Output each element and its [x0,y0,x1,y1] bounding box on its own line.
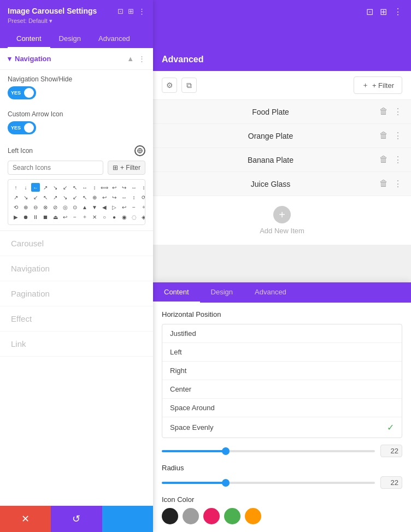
sidebar-item-link[interactable]: Link [0,332,153,357]
icon-cell[interactable]: ↖ [80,193,89,202]
icon-cell[interactable]: ↩ [120,203,128,211]
icon-cell[interactable]: ↩ [110,183,119,192]
icon-cell[interactable]: ↕ [90,183,99,192]
icon-cell[interactable]: ▷ [110,203,119,211]
slider-thumb-1[interactable] [222,447,230,455]
more-options-icon[interactable]: ⋮ [394,7,402,17]
dropdown-item-center[interactable]: Center [162,380,402,399]
reset-button[interactable]: ↺ [51,506,102,532]
more-icon[interactable]: ⋮ [394,155,402,165]
save-button[interactable] [102,506,153,532]
icon-cell[interactable]: ↖ [41,193,50,202]
more-icon[interactable]: ⋮ [394,131,402,141]
more-icon[interactable]: ⋮ [394,179,402,189]
icon-cell[interactable]: ▲ [80,203,89,211]
target-icon[interactable] [134,145,145,156]
icon-cell[interactable]: ⊗ [41,203,50,211]
icon-cell[interactable]: ◌ [130,212,138,221]
icon-cell[interactable]: ↗ [11,193,20,202]
sidebar-item-effect[interactable]: Effect [0,306,153,332]
icon-cell[interactable]: ⊙ [71,203,79,211]
cancel-button[interactable]: ✕ [0,506,51,532]
icon-cell[interactable]: ↪ [110,193,119,202]
custom-arrow-toggle[interactable]: YES [8,121,36,134]
icon-cell[interactable]: ⏺ [21,212,30,221]
tab-design[interactable]: Design [50,30,90,48]
icon-cell-active[interactable]: ← [31,183,40,192]
icon-cell[interactable]: ↔ [80,183,89,192]
icon-cell[interactable]: ＋ [139,203,145,211]
icon-cell[interactable]: ✕ [90,212,99,221]
expand-icon[interactable]: ⊡ [118,7,124,15]
chevron-up-icon[interactable]: ▲ [127,55,134,63]
showhide-toggle[interactable]: YES [8,86,36,99]
menu-icon[interactable]: ⋮ [138,7,145,15]
icon-cell[interactable]: ⏹ [41,212,50,221]
sidebar-item-navigation[interactable]: Navigation [0,256,153,281]
icon-cell[interactable]: ↩ [100,193,109,202]
expand-view-icon[interactable]: ⊡ [366,7,373,17]
settings-tab-content[interactable]: Content [153,282,200,303]
more-icon[interactable]: ⋮ [138,55,145,63]
add-new-item-button[interactable]: + Add New Item [153,196,411,245]
settings-tab-advanced[interactable]: Advanced [244,282,297,303]
delete-icon[interactable]: 🗑 [379,131,388,141]
icon-cell[interactable]: ↘ [51,183,60,192]
icon-cell[interactable]: ⊕ [90,193,99,202]
sidebar-item-pagination[interactable]: Pagination [0,281,153,306]
settings-tab-design[interactable]: Design [200,282,244,303]
icon-cell[interactable]: − [71,212,79,221]
settings-icon[interactable]: ⚙ [162,78,177,93]
color-circle-gray[interactable] [183,508,199,524]
dropdown-item-space-evenly[interactable]: Space Evenly ✓ [162,417,402,438]
icon-cell[interactable]: ↕ [139,183,145,192]
icon-cell[interactable]: ↙ [31,193,40,202]
icon-cell[interactable]: − [130,203,138,211]
icon-cell[interactable]: ● [110,212,119,221]
icon-cell[interactable]: ↖ [71,183,79,192]
grid-view-icon[interactable]: ⊞ [380,7,387,17]
filter-button-icons[interactable]: ⊞ + Filter [108,161,145,175]
icon-cell[interactable]: ⟺ [100,183,109,192]
radius-slider-thumb[interactable] [222,479,230,487]
delete-icon[interactable]: 🗑 [379,179,388,189]
color-circle-orange[interactable] [245,508,261,524]
icon-cell[interactable]: ▼ [90,203,99,211]
tab-advanced[interactable]: Advanced [90,30,139,48]
color-circle-green[interactable] [224,508,240,524]
icon-cell[interactable]: ◈ [139,212,145,221]
sidebar-item-carousel[interactable]: Carousel [0,231,153,256]
icon-cell[interactable]: ↔ [120,193,128,202]
icon-cell[interactable]: ⟲ [11,203,20,211]
dropdown-item-space-around[interactable]: Space Around [162,399,402,417]
color-circle-dark[interactable] [162,508,178,524]
icon-cell[interactable]: ⊕ [21,203,30,211]
icon-cell[interactable]: ⏸ [31,212,40,221]
icon-cell[interactable]: ○ [100,212,109,221]
filter-list-button[interactable]: ＋ + Filter [354,76,402,94]
icon-cell[interactable]: ↪ [120,183,128,192]
chevron-down-icon[interactable]: ▾ [8,55,11,63]
icon-cell[interactable]: ↔ [130,183,138,192]
icon-cell[interactable]: ↑ [11,183,20,192]
icon-cell[interactable]: ↘ [21,193,30,202]
icon-cell[interactable]: ⟳ [139,193,145,202]
icon-cell[interactable]: ⊖ [31,203,40,211]
icon-cell[interactable]: ↓ [21,183,30,192]
icon-cell[interactable]: ↘ [61,193,69,202]
dropdown-item-right[interactable]: Right [162,362,402,380]
search-icons-input[interactable] [8,161,103,175]
tab-content[interactable]: Content [8,30,50,48]
icon-cell[interactable]: ↩ [61,212,69,221]
icon-cell[interactable]: ⏏ [51,212,60,221]
color-circle-pink[interactable] [203,508,220,524]
dropdown-item-left[interactable]: Left [162,343,402,362]
delete-icon[interactable]: 🗑 [379,155,388,165]
icon-cell[interactable]: ◉ [120,212,128,221]
icon-cell[interactable]: ▶ [11,212,20,221]
duplicate-icon[interactable]: ⧉ [181,78,197,93]
icon-cell[interactable]: ◀ [100,203,109,211]
icon-cell[interactable]: ◎ [61,203,69,211]
delete-icon[interactable]: 🗑 [379,107,388,117]
icon-cell[interactable]: ⊘ [51,203,60,211]
